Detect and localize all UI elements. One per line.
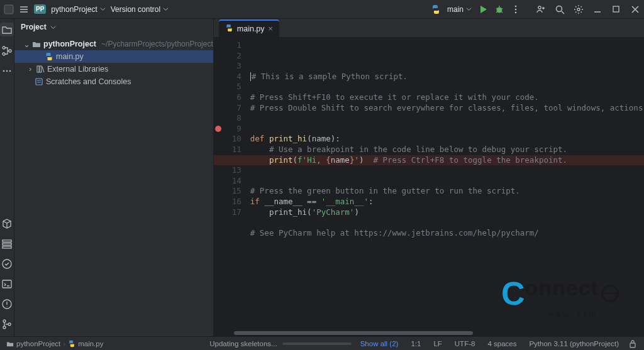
run-config-label: main (447, 5, 464, 14)
structure-tool-icon[interactable] (1, 45, 13, 57)
line-number-gutter[interactable]: 1234567891011121314151617 (223, 38, 245, 330)
svg-point-22 (3, 326, 6, 329)
status-bar: pythonProject › main.py Updating skeleto… (0, 336, 644, 350)
folder-icon (32, 40, 41, 48)
chevron-down-icon[interactable]: ⌄ (23, 40, 30, 49)
vcs-dropdown-label: Version control (111, 5, 160, 14)
tree-file-label: main.py (56, 52, 84, 61)
python-icon (431, 4, 441, 14)
title-bar: PP pythonProject Version control main (0, 0, 644, 19)
breadcrumb[interactable]: pythonProject › main.py (6, 340, 103, 347)
scratch-icon (35, 77, 43, 86)
python-file-icon (225, 24, 233, 34)
svg-rect-8 (613, 6, 619, 12)
code-with-me-icon[interactable] (536, 4, 546, 14)
code-body[interactable]: Indexing... # This is a sample Python sc… (245, 38, 644, 330)
python-console-icon[interactable] (1, 258, 13, 270)
tree-scratches-label: Scratches and Consoles (46, 77, 131, 86)
svg-point-10 (3, 53, 5, 55)
search-icon[interactable] (555, 4, 565, 14)
svg-rect-30 (630, 343, 635, 347)
editor-tab-label: main.py (237, 25, 265, 33)
run-config-dropdown[interactable]: main (447, 5, 472, 14)
indent-settings[interactable]: 4 spaces (484, 340, 520, 347)
editor-tabstrip: main.py × (214, 19, 644, 38)
python-file-icon (68, 340, 75, 347)
lock-icon[interactable] (628, 339, 638, 349)
line-separator[interactable]: LF (430, 340, 445, 347)
svg-rect-25 (40, 66, 42, 72)
close-tab-icon[interactable]: × (269, 25, 273, 33)
main-menu-icon[interactable] (19, 4, 29, 14)
vcs-tool-icon[interactable] (1, 319, 13, 330)
code-editor[interactable]: 1234567891011121314151617 Indexing... # … (214, 38, 644, 330)
project-badge: PP (34, 4, 46, 14)
svg-point-5 (538, 6, 541, 8)
close-window-icon[interactable] (630, 4, 640, 14)
svg-point-14 (9, 70, 11, 72)
chevron-down-icon (466, 6, 472, 12)
svg-point-12 (3, 70, 5, 72)
svg-rect-26 (36, 79, 42, 85)
more-run-icon[interactable] (511, 4, 521, 14)
left-tool-rail (0, 19, 14, 336)
project-tree: ⌄ pythonProject ~/PycharmProjects/python… (14, 35, 213, 90)
project-panel: Project ⌄ pythonProject ~/PycharmProject… (14, 19, 214, 336)
svg-rect-24 (37, 66, 39, 72)
editor-area: main.py × 1234567891011121314151617 Inde… (214, 19, 644, 336)
project-panel-header[interactable]: Project (14, 19, 213, 35)
svg-point-4 (515, 11, 517, 13)
tree-file-main[interactable]: main.py (14, 50, 213, 63)
svg-point-6 (557, 6, 562, 11)
svg-rect-16 (3, 243, 11, 245)
python-packages-icon[interactable] (1, 218, 13, 229)
svg-point-21 (3, 320, 6, 322)
tree-extlib-label: External Libraries (47, 65, 108, 74)
project-tool-icon[interactable] (0, 23, 14, 36)
tree-scratches[interactable]: Scratches and Consoles (14, 75, 213, 88)
app-logo-icon (4, 4, 14, 14)
svg-rect-15 (3, 240, 11, 242)
svg-point-7 (577, 8, 580, 11)
chevron-right-icon[interactable]: › (27, 65, 33, 74)
editor-horizontal-scrollbar[interactable] (214, 330, 644, 336)
svg-point-3 (515, 5, 517, 7)
interpreter[interactable]: Python 3.11 (pythonProject) (525, 340, 623, 347)
project-dropdown[interactable]: pythonProject (51, 5, 105, 14)
chevron-down-icon (50, 25, 56, 30)
svg-rect-19 (3, 280, 11, 288)
services-icon[interactable] (1, 238, 13, 249)
breadcrumb-file: main.py (78, 340, 103, 347)
project-panel-title: Project (21, 23, 47, 31)
run-button[interactable] (478, 4, 488, 14)
background-task[interactable]: Updating skeletons... (209, 340, 351, 347)
svg-point-11 (9, 50, 11, 52)
project-dropdown-label: pythonProject (51, 5, 97, 14)
problems-icon[interactable] (1, 298, 13, 310)
svg-point-2 (515, 8, 517, 10)
progress-bar (282, 342, 352, 345)
file-encoding[interactable]: UTF-8 (451, 340, 479, 347)
breakpoint-gutter[interactable] (214, 38, 223, 330)
maximize-window-icon[interactable] (611, 4, 621, 14)
minimize-window-icon[interactable] (592, 4, 602, 14)
tree-root-project[interactable]: ⌄ pythonProject ~/PycharmProjects/python… (14, 38, 213, 50)
svg-point-18 (3, 260, 11, 268)
tree-root-label: pythonProject (43, 40, 96, 48)
tree-root-path: ~/PycharmProjects/pythonProject (101, 40, 213, 48)
editor-tab-main[interactable]: main.py × (219, 19, 279, 37)
more-tool-icon[interactable] (1, 65, 13, 77)
settings-icon[interactable] (574, 4, 584, 14)
svg-point-13 (6, 70, 8, 72)
tree-external-libraries[interactable]: › External Libraries (14, 63, 213, 75)
show-all-tasks-link[interactable]: Show all (2) (357, 340, 402, 347)
caret-position[interactable]: 1:1 (407, 340, 425, 347)
terminal-icon[interactable] (1, 278, 13, 290)
svg-point-9 (3, 46, 5, 49)
python-file-icon (45, 52, 53, 61)
vcs-dropdown[interactable]: Version control (111, 5, 169, 14)
breakpoint-icon[interactable] (215, 126, 221, 132)
breadcrumb-project: pythonProject (16, 340, 60, 347)
debug-button[interactable] (494, 4, 504, 14)
svg-point-23 (8, 323, 11, 325)
